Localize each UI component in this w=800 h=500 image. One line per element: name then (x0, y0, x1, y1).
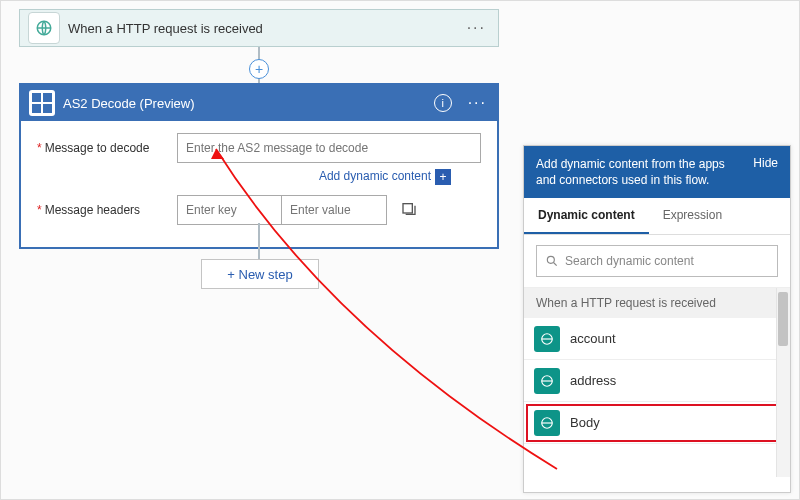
scrollbar[interactable] (776, 288, 790, 477)
message-to-decode-label: *Message to decode (37, 141, 177, 155)
svg-rect-1 (403, 203, 412, 212)
token-group-header: When a HTTP request is received (524, 288, 790, 318)
switch-to-text-mode-icon[interactable] (401, 201, 417, 220)
connector-line (258, 223, 260, 261)
token-address[interactable]: address (524, 360, 790, 402)
http-token-icon (534, 368, 560, 394)
token-body[interactable]: Body (524, 402, 790, 444)
search-dynamic-content-input[interactable]: Search dynamic content (536, 245, 778, 277)
trigger-title: When a HTTP request is received (68, 21, 455, 36)
as2-menu-icon[interactable]: ··· (458, 94, 497, 112)
search-icon (545, 254, 559, 268)
http-request-icon (28, 12, 60, 44)
header-key-input[interactable] (177, 195, 282, 225)
add-dynamic-content-link[interactable]: Add dynamic content+ (319, 169, 451, 183)
trigger-menu-icon[interactable]: ··· (455, 19, 498, 37)
tab-expression[interactable]: Expression (649, 198, 736, 234)
info-icon[interactable]: i (434, 94, 452, 112)
message-to-decode-input[interactable] (177, 133, 481, 163)
as2-icon (29, 90, 55, 116)
svg-point-2 (547, 257, 554, 264)
message-headers-label: *Message headers (37, 203, 177, 217)
dynamic-content-panel: Add dynamic content from the apps and co… (523, 145, 791, 493)
token-list: When a HTTP request is received account … (524, 287, 790, 477)
as2-header[interactable]: AS2 Decode (Preview) i ··· (21, 85, 497, 121)
header-value-input[interactable] (282, 195, 387, 225)
tab-dynamic-content[interactable]: Dynamic content (524, 198, 649, 234)
http-token-icon (534, 326, 560, 352)
add-step-button[interactable]: + (249, 59, 269, 79)
trigger-card[interactable]: When a HTTP request is received ··· (19, 9, 499, 47)
dyn-panel-header: Add dynamic content from the apps and co… (524, 146, 790, 198)
new-step-button[interactable]: + New step (201, 259, 319, 289)
dyn-tabs: Dynamic content Expression (524, 198, 790, 235)
as2-title: AS2 Decode (Preview) (63, 96, 434, 111)
http-token-icon (534, 410, 560, 436)
token-account[interactable]: account (524, 318, 790, 360)
hide-link[interactable]: Hide (745, 156, 778, 170)
